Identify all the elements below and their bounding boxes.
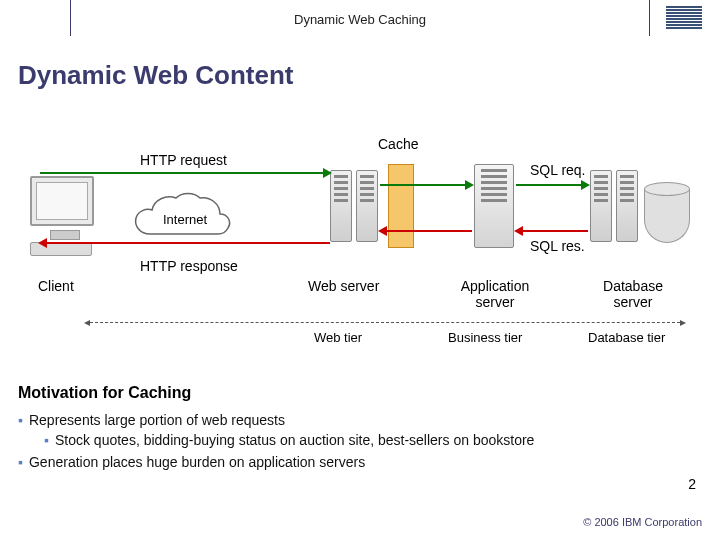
bullet-list: ▪Represents large portion of web request…: [18, 406, 702, 474]
app-server-label: Application server: [450, 278, 540, 310]
bullet-icon: ▪: [18, 454, 23, 470]
http-response-label: HTTP response: [140, 258, 238, 274]
internet-label: Internet: [130, 212, 240, 227]
sql-req-arrow-icon: [516, 182, 588, 188]
web-tier-label: Web tier: [314, 330, 362, 345]
bullet-text: Generation places huge burden on applica…: [29, 454, 365, 470]
ibm-logo-icon: [666, 6, 702, 30]
client-monitor-icon: [30, 176, 94, 226]
sql-res-arrow-icon: [516, 228, 588, 234]
architecture-diagram: Internet: [30, 130, 690, 340]
bullet-icon: ▪: [18, 412, 23, 428]
slide-title: Dynamic Web Content: [18, 60, 720, 91]
application-server-icon: [474, 164, 514, 248]
cache-label: Cache: [378, 136, 418, 152]
bullet-text: Represents large portion of web requests: [29, 412, 285, 428]
sql-res-label: SQL res.: [530, 238, 585, 254]
client-label: Client: [38, 278, 74, 294]
bullet-item: ▪Represents large portion of web request…: [18, 412, 702, 428]
page-number: 2: [688, 476, 696, 492]
section-heading: Motivation for Caching: [18, 384, 191, 402]
app-to-web-arrow-icon: [380, 228, 472, 234]
slide-header: Dynamic Web Caching: [0, 0, 720, 40]
copyright-text: © 2006 IBM Corporation: [583, 516, 702, 528]
web-to-app-arrow-icon: [380, 182, 472, 188]
bullet-sub-item: ▪Stock quotes, bidding-buying status on …: [44, 432, 702, 448]
presentation-title: Dynamic Web Caching: [294, 12, 426, 27]
database-tier-label: Database tier: [588, 330, 665, 345]
business-tier-label: Business tier: [448, 330, 522, 345]
header-divider-right: [649, 0, 650, 36]
http-request-label: HTTP request: [140, 152, 227, 168]
database-cylinder-icon: [644, 182, 690, 246]
database-server-icon: [590, 170, 638, 242]
tier-divider-line: [90, 322, 680, 323]
cache-icon: [388, 164, 414, 248]
bullet-item: ▪Generation places huge burden on applic…: [18, 454, 702, 470]
header-divider-left: [70, 0, 71, 36]
web-server-icon: [330, 170, 378, 242]
db-server-label: Database server: [588, 278, 678, 310]
slide: Dynamic Web Caching Dynamic Web Content …: [0, 0, 720, 540]
http-response-arrow-icon: [40, 240, 330, 246]
web-server-label: Web server: [308, 278, 379, 294]
bullet-icon: ▪: [44, 432, 49, 448]
http-request-arrow-icon: [40, 170, 330, 176]
bullet-text: Stock quotes, bidding-buying status on a…: [55, 432, 534, 448]
sql-req-label: SQL req.: [530, 162, 586, 178]
